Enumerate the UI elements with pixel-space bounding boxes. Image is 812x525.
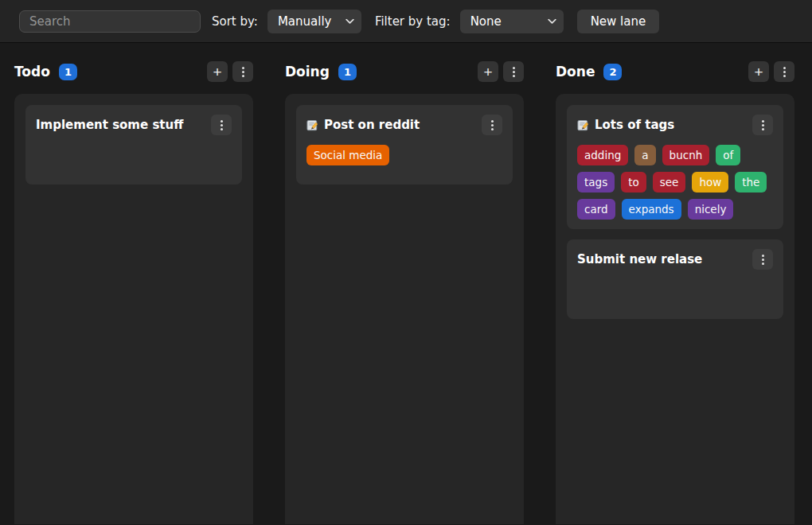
- tag: tags: [577, 172, 615, 192]
- lane-menu-button[interactable]: [774, 61, 794, 82]
- kebab-menu-icon: [513, 67, 515, 77]
- lane-title: Done: [556, 64, 595, 80]
- search-input[interactable]: [19, 10, 201, 33]
- lane-todo: Todo 1 + Implement some stuff: [14, 60, 253, 524]
- kanban-card[interactable]: Post on reddit Social media: [296, 105, 513, 185]
- kebab-menu-icon: [762, 255, 764, 265]
- sort-by-label: Sort by:: [212, 14, 258, 29]
- lane-done: Done 2 +: [556, 60, 794, 524]
- lane-doing: Doing 1 +: [285, 60, 524, 524]
- card-menu-button[interactable]: [752, 115, 773, 135]
- tag: adding: [577, 145, 628, 165]
- filter-by-tag-label: Filter by tag:: [375, 14, 451, 29]
- lane-count-badge: 1: [338, 64, 357, 80]
- plus-icon: +: [213, 64, 221, 80]
- sort-select[interactable]: Manually: [267, 10, 361, 33]
- tag: a: [634, 145, 655, 165]
- card-title: Implement some stuff: [36, 118, 183, 132]
- tag: of: [716, 145, 740, 165]
- card-menu-button[interactable]: [211, 115, 232, 135]
- tag: how: [692, 172, 728, 192]
- plus-icon: +: [483, 64, 492, 80]
- lane-body: Lots of tags adding a bucnh of tags to s…: [556, 94, 794, 524]
- kebab-menu-icon: [783, 67, 786, 77]
- kebab-menu-icon: [242, 67, 244, 77]
- lane-header: Done 2 +: [556, 60, 794, 84]
- kanban-card[interactable]: Lots of tags adding a bucnh of tags to s…: [567, 105, 783, 229]
- lane-menu-button[interactable]: [232, 61, 253, 82]
- lane-add-card-button[interactable]: +: [207, 61, 228, 82]
- lane-add-card-button[interactable]: +: [748, 61, 769, 82]
- lane-title: Doing: [285, 64, 330, 80]
- card-tags: adding a bucnh of tags to see how the ca…: [577, 145, 773, 220]
- tag: nicely: [688, 199, 734, 220]
- tag: the: [735, 172, 767, 192]
- kanban-board: Todo 1 + Implement some stuff Doing: [0, 43, 812, 524]
- lane-header: Todo 1 +: [14, 60, 253, 84]
- plus-icon: +: [754, 64, 763, 80]
- lane-body: Implement some stuff: [14, 94, 253, 524]
- kanban-card[interactable]: Submit new relase: [567, 239, 783, 319]
- lane-count-badge: 1: [59, 64, 77, 80]
- tag: expands: [622, 199, 681, 220]
- card-header: Post on reddit: [306, 115, 502, 135]
- lane-count-badge: 2: [603, 64, 622, 80]
- new-lane-button[interactable]: New lane: [577, 10, 660, 33]
- lane-header: Doing 1 +: [285, 60, 524, 84]
- memo-icon: [306, 119, 318, 131]
- card-menu-button[interactable]: [752, 249, 773, 270]
- tag: bucnh: [662, 145, 710, 165]
- lane-add-card-button[interactable]: +: [478, 61, 498, 82]
- lane-title: Todo: [14, 64, 50, 80]
- filter-tag-select[interactable]: None: [460, 10, 564, 33]
- tag: see: [653, 172, 686, 192]
- tag: Social media: [306, 145, 389, 165]
- card-tags: Social media: [306, 145, 502, 165]
- card-title: Post on reddit: [324, 118, 420, 132]
- header-bar: Sort by: Manually Filter by tag: None Ne…: [0, 0, 812, 43]
- card-title: Submit new relase: [577, 252, 702, 266]
- lane-menu-button[interactable]: [503, 61, 524, 82]
- card-title: Lots of tags: [595, 118, 674, 132]
- card-header: Implement some stuff: [36, 115, 232, 135]
- kebab-menu-icon: [491, 120, 494, 130]
- card-header: Submit new relase: [577, 249, 773, 270]
- tag: card: [577, 199, 615, 220]
- tag: to: [621, 172, 646, 192]
- memo-icon: [577, 119, 589, 131]
- kanban-card[interactable]: Implement some stuff: [25, 105, 242, 185]
- kebab-menu-icon: [221, 120, 223, 130]
- lane-body: Post on reddit Social media: [285, 94, 524, 524]
- card-header: Lots of tags: [577, 115, 773, 135]
- card-menu-button[interactable]: [482, 115, 502, 135]
- kebab-menu-icon: [762, 120, 764, 130]
